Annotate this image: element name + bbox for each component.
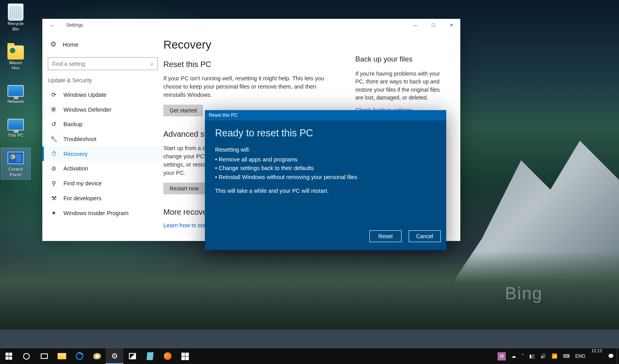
notepad-icon (146, 352, 153, 360)
gear-icon: ⚙ (111, 351, 118, 360)
taskbar-edge[interactable] (71, 348, 88, 364)
taskbar-settings[interactable]: ⚙ (106, 348, 123, 364)
desktop-icon-user-folder[interactable]: MauroHuc (1, 42, 31, 73)
dialog-titlebar[interactable]: Reset this PC (205, 110, 446, 120)
dialog-bullet: Remove all apps and programs (215, 155, 436, 164)
tray-volume[interactable]: 🔊 (538, 348, 549, 364)
tray-clock[interactable]: 12:12 (588, 348, 605, 364)
show-desktop-button[interactable] (617, 348, 619, 364)
task-view-button[interactable] (35, 348, 53, 364)
wrench-icon: 🔧 (50, 136, 57, 143)
dialog-bullet: Reinstall Windows without removing your … (215, 173, 436, 181)
nav-label: For developers (63, 195, 101, 201)
taskbar-paint[interactable] (88, 348, 106, 364)
tray-overflow[interactable]: ˄ (519, 348, 527, 364)
cortana-button[interactable] (18, 348, 35, 364)
dialog-title: Reset this PC (209, 112, 237, 118)
user-avatar-icon: M (498, 352, 506, 360)
minimize-button[interactable]: — (406, 19, 424, 31)
nav-label: Find my device (63, 180, 102, 187)
maximize-button[interactable]: ☐ (424, 19, 442, 31)
tray-user[interactable]: M (495, 348, 509, 364)
taskbar-photos[interactable] (123, 348, 141, 364)
reset-this-pc-dialog: Reset this PC Ready to reset this PC Res… (205, 110, 446, 250)
cancel-button[interactable]: Cancel (409, 230, 441, 242)
nav-label: Troubleshoot (63, 136, 96, 142)
dialog-bullet: Change settings back to their defaults (215, 164, 436, 172)
dialog-note: This will take a while and your PC will … (215, 188, 436, 194)
nav-insider-program[interactable]: ✦Windows Insider Program (42, 206, 163, 221)
nav-troubleshoot[interactable]: 🔧Troubleshoot (42, 132, 163, 147)
folder-icon (7, 43, 24, 60)
nav-activation[interactable]: ⊘Activation (42, 161, 163, 176)
back-button[interactable]: ← (49, 22, 55, 29)
taskbar-file-explorer[interactable] (53, 348, 71, 364)
taskbar-security[interactable] (176, 348, 194, 364)
nav-for-developers[interactable]: ⚒For developers (42, 191, 163, 206)
page-title: Recovery (163, 38, 332, 51)
tray-action-center[interactable]: 💬 (605, 348, 617, 364)
nav-label: Windows Update (63, 92, 107, 98)
tray-language[interactable]: ENG (572, 348, 588, 364)
gear-icon: ⚙ (50, 40, 56, 49)
settings-sidebar: ⚙ Home ⌕ Update & Security ⟳Windows Upda… (42, 31, 163, 241)
desktop-icon-label: Network (7, 99, 24, 105)
dialog-subheading: Resetting will: (215, 147, 436, 153)
nav-backup[interactable]: ↺Backup (42, 117, 163, 132)
taskbar-firefox[interactable] (159, 348, 176, 364)
nav-recovery[interactable]: ⏱Recovery (42, 147, 163, 161)
battery-icon: ▮▯ (529, 353, 535, 359)
nav-windows-defender[interactable]: ⛨Windows Defender (42, 102, 163, 117)
security-icon (181, 353, 189, 360)
desktop-icon-label: This PC (8, 133, 24, 138)
search-box[interactable]: ⌕ (48, 57, 158, 70)
restart-now-button[interactable]: Restart now (163, 183, 205, 194)
shield-icon: ⛨ (50, 106, 57, 113)
sidebar-category-header: Update & Security (42, 77, 163, 87)
cloud-icon: ☁ (511, 353, 516, 359)
desktop-icon-label: RecycleBin (8, 21, 24, 32)
backup-panel-heading: Back up your files (355, 55, 445, 63)
nav-label: Activation (63, 165, 88, 172)
start-button[interactable] (0, 348, 18, 364)
window-controls: — ☐ ✕ (406, 19, 460, 31)
tray-onedrive[interactable]: ☁ (509, 348, 519, 364)
chevron-up-icon: ˄ (521, 353, 524, 359)
tray-touchkeyboard[interactable]: ⌨ (560, 348, 572, 364)
dialog-heading: Ready to reset this PC (215, 127, 436, 139)
reset-button[interactable]: Reset (369, 230, 402, 242)
tray-network[interactable]: 📶 (549, 348, 560, 364)
desktop-icon-recycle-bin[interactable]: RecycleBin (1, 2, 31, 34)
desktop-icon-label: MauroHuc (9, 60, 22, 71)
sidebar-home[interactable]: ⚙ Home (42, 36, 163, 53)
nav-windows-update[interactable]: ⟳Windows Update (42, 87, 163, 102)
desktop-icons-column: RecycleBin MauroHuc Network This PC Cont… (1, 2, 31, 179)
developer-icon: ⚒ (50, 195, 57, 202)
reset-section-body: If your PC isn't running well, resetting… (163, 74, 332, 99)
task-view-icon (41, 353, 48, 359)
get-started-button[interactable]: Get started (163, 105, 203, 116)
taskbar: ⚙ M ☁ ˄ ▮▯ 🔊 📶 ⌨ ENG 12:12 💬 (0, 348, 619, 364)
tray-battery[interactable]: ▮▯ (527, 348, 538, 364)
nav-label: Windows Defender (63, 107, 112, 113)
control-panel-icon (7, 150, 24, 166)
desktop-icon-control-panel[interactable]: ControlPanel (1, 148, 31, 180)
circle-icon (23, 353, 30, 360)
window-title: Settings (66, 22, 83, 28)
volume-icon: 🔊 (540, 353, 546, 359)
reset-section-heading: Reset this PC (163, 60, 332, 69)
taskbar-notepad[interactable] (141, 348, 159, 364)
search-icon: ⌕ (150, 61, 154, 67)
nav-label: Recovery (63, 151, 87, 157)
desktop-icon-network[interactable]: Network (1, 80, 31, 106)
close-button[interactable]: ✕ (442, 19, 460, 31)
desktop-icon-label: ControlPanel (8, 167, 23, 178)
keyboard-icon: ⌨ (563, 353, 570, 359)
desktop-icon-this-pc[interactable]: This PC (1, 114, 31, 140)
search-input[interactable] (52, 61, 150, 67)
insider-icon: ✦ (50, 210, 57, 217)
sync-icon: ⟳ (50, 91, 57, 98)
photos-icon (129, 353, 136, 359)
nav-find-my-device[interactable]: ⚲Find my device (42, 176, 163, 191)
window-titlebar[interactable]: ← Settings — ☐ ✕ (42, 19, 460, 31)
